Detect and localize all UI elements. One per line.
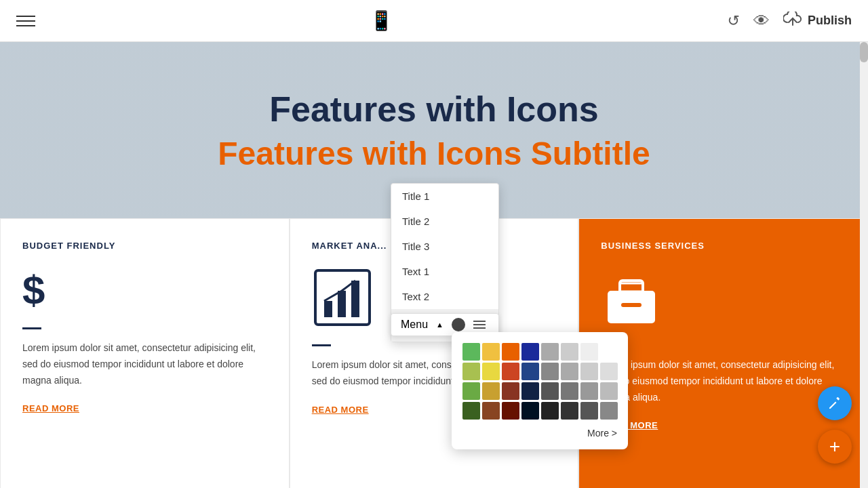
menu-caret-icon: ▲	[436, 321, 443, 329]
divider-budget	[22, 327, 41, 329]
more-colors-button[interactable]: More >	[462, 428, 617, 439]
color-swatch[interactable]	[580, 363, 598, 380]
dropdown-item-text1[interactable]: Text 1	[391, 259, 498, 284]
menu-icon[interactable]	[16, 16, 35, 26]
color-swatch[interactable]	[482, 402, 500, 420]
read-more-market[interactable]: READ MORE	[312, 405, 369, 415]
color-swatch[interactable]	[521, 343, 539, 361]
color-swatch[interactable]	[502, 382, 519, 400]
color-swatch[interactable]	[482, 363, 500, 380]
dropdown-item-text2[interactable]: Text 2	[391, 284, 498, 309]
dropdown-item-title2[interactable]: Title 2	[391, 209, 498, 234]
color-swatch[interactable]	[561, 382, 578, 400]
color-swatch[interactable]	[580, 343, 598, 361]
svg-rect-4	[351, 281, 359, 317]
color-swatch[interactable]	[541, 382, 559, 400]
color-swatch[interactable]	[580, 402, 598, 420]
color-picker: More >	[452, 332, 628, 449]
color-swatch[interactable]	[462, 363, 480, 380]
color-swatch[interactable]	[502, 402, 519, 420]
color-swatch[interactable]	[462, 382, 480, 400]
topbar-left	[16, 16, 35, 26]
color-swatch[interactable]	[541, 343, 559, 361]
briefcase-icon	[601, 267, 662, 328]
undo-icon[interactable]: ↻	[728, 12, 740, 30]
color-swatch[interactable]	[462, 343, 480, 361]
scrollbar-thumb[interactable]	[860, 42, 868, 62]
topbar-right: ↻ 👁 Publish	[728, 12, 852, 30]
color-swatch[interactable]	[580, 382, 598, 400]
color-swatch[interactable]	[502, 363, 519, 380]
cloud-upload-icon	[783, 12, 802, 30]
color-swatch[interactable]	[541, 363, 559, 380]
svg-rect-2	[324, 301, 332, 317]
color-swatch[interactable]	[482, 343, 500, 361]
mobile-preview-icon[interactable]: 📱	[370, 9, 393, 32]
color-swatch[interactable]	[561, 363, 578, 380]
divider-market	[312, 344, 331, 346]
color-swatch[interactable]	[482, 382, 500, 400]
feature-text-business: Lorem ipsum dolor sit amet, consectetur …	[601, 357, 846, 405]
color-swatch[interactable]	[561, 402, 578, 420]
color-swatch[interactable]	[561, 343, 578, 361]
scrollbar-track[interactable]	[860, 42, 868, 488]
menu-dot-indicator	[452, 318, 465, 331]
color-swatch[interactable]	[502, 343, 519, 361]
color-swatch[interactable]	[541, 402, 559, 420]
hero-title: Features with Icons	[269, 89, 598, 129]
svg-rect-7	[620, 283, 643, 291]
menu-lines-icon	[473, 321, 486, 329]
topbar-center: 📱	[370, 9, 393, 32]
topbar: 📱 ↻ 👁 Publish	[0, 0, 868, 42]
feature-title-business: BUSINESS SERVICES	[601, 241, 846, 251]
color-swatch[interactable]	[600, 382, 618, 400]
chart-icon	[312, 267, 373, 328]
color-swatch[interactable]	[462, 402, 480, 420]
dropdown-item-title1[interactable]: Title 1	[391, 184, 498, 209]
color-swatch[interactable]	[600, 363, 618, 380]
feature-text-budget: Lorem ipsum dolor sit amet, consectetur …	[22, 340, 267, 388]
feature-card-budget: BUDGET FRIENDLY $ Lorem ipsum dolor sit …	[0, 218, 290, 488]
fab-add-button[interactable]: +	[818, 430, 852, 464]
color-swatch[interactable]	[521, 363, 539, 380]
svg-rect-3	[338, 291, 346, 317]
color-swatch[interactable]	[521, 382, 539, 400]
publish-label: Publish	[808, 14, 852, 28]
feature-title-budget: BUDGET FRIENDLY	[22, 241, 267, 251]
plus-icon: +	[829, 437, 840, 456]
svg-rect-8	[621, 303, 642, 307]
read-more-budget[interactable]: READ MORE	[22, 403, 79, 413]
fab-edit-button[interactable]	[818, 386, 852, 420]
color-swatch[interactable]	[600, 402, 618, 420]
dropdown-item-title3[interactable]: Title 3	[391, 234, 498, 259]
publish-button[interactable]: Publish	[783, 12, 852, 30]
color-swatch[interactable]	[521, 402, 539, 420]
color-grid	[462, 343, 617, 420]
hero-subtitle: Features with Icons Subtitle	[218, 135, 650, 172]
dollar-icon: $	[22, 267, 267, 314]
menu-bar-label: Menu	[401, 319, 428, 331]
preview-eye-icon[interactable]: 👁	[753, 12, 770, 30]
color-swatch[interactable]	[600, 343, 618, 361]
